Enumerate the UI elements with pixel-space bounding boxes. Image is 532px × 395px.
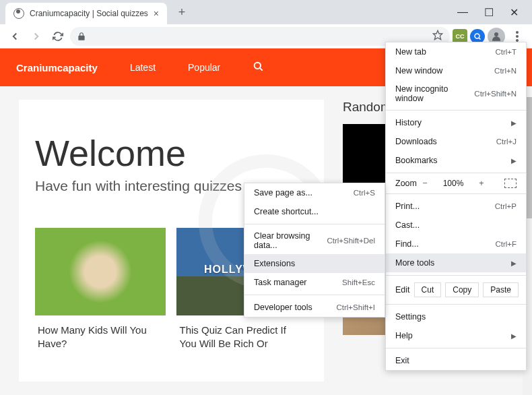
svg-point-5 bbox=[516, 35, 519, 38]
submenu-extensions[interactable]: Extensions bbox=[244, 254, 385, 273]
card-title: This Quiz Can Predict If You Will Be Ric… bbox=[176, 315, 307, 359]
submenu-create-shortcut[interactable]: Create shortcut... bbox=[244, 202, 385, 221]
maximize-icon[interactable]: ☐ bbox=[484, 6, 494, 19]
quiz-card[interactable]: How Many Kids Will You Have? bbox=[35, 228, 166, 359]
svg-marker-0 bbox=[433, 30, 442, 39]
browser-tab[interactable]: Craniumcapacity | Social quizzes × bbox=[5, 3, 167, 24]
more-tools-submenu: Save page as...Ctrl+S Create shortcut...… bbox=[244, 183, 385, 317]
window-titlebar: Craniumcapacity | Social quizzes × + — ☐… bbox=[0, 0, 532, 24]
tab-title: Craniumcapacity | Social quizzes bbox=[30, 9, 148, 18]
svg-point-4 bbox=[516, 31, 519, 34]
zoom-value: 100% bbox=[441, 179, 465, 188]
submenu-dev-tools[interactable]: Developer toolsCtrl+Shift+I bbox=[244, 298, 385, 317]
edit-paste-button[interactable]: Paste bbox=[483, 282, 519, 297]
globe-icon bbox=[13, 8, 24, 19]
submenu-task-manager[interactable]: Task managerShift+Esc bbox=[244, 273, 385, 292]
edit-copy-button[interactable]: Copy bbox=[445, 282, 479, 297]
card-title: How Many Kids Will You Have? bbox=[35, 315, 166, 359]
menu-print[interactable]: Print...Ctrl+P bbox=[386, 197, 526, 216]
zoom-in-button[interactable]: + bbox=[475, 179, 488, 188]
svg-point-1 bbox=[475, 34, 479, 38]
svg-point-7 bbox=[255, 63, 261, 69]
menu-settings[interactable]: Settings bbox=[386, 307, 526, 326]
menu-find[interactable]: Find...Ctrl+F bbox=[386, 235, 526, 253]
menu-more-tools[interactable]: More tools▶ bbox=[386, 253, 526, 272]
close-icon[interactable]: × bbox=[154, 8, 159, 19]
nav-latest[interactable]: Latest bbox=[114, 49, 172, 86]
close-window-icon[interactable]: ✕ bbox=[510, 6, 519, 19]
svg-point-6 bbox=[516, 39, 519, 42]
forward-button[interactable] bbox=[27, 27, 46, 46]
menu-help[interactable]: Help▶ bbox=[386, 326, 526, 345]
svg-line-8 bbox=[260, 68, 263, 71]
back-button[interactable] bbox=[5, 27, 24, 46]
reload-button[interactable] bbox=[48, 27, 67, 46]
menu-cast[interactable]: Cast... bbox=[386, 216, 526, 235]
fullscreen-icon[interactable] bbox=[504, 179, 517, 188]
site-brand[interactable]: Craniumcapacity bbox=[16, 62, 114, 73]
card-image-family bbox=[35, 228, 166, 315]
nav-popular[interactable]: Popular bbox=[172, 49, 236, 86]
submenu-save-page[interactable]: Save page as...Ctrl+S bbox=[244, 183, 385, 202]
nav-search-icon[interactable] bbox=[236, 61, 279, 74]
page-title: Welcome bbox=[35, 132, 308, 174]
chrome-main-menu: New tabCtrl+T New windowCtrl+N New incog… bbox=[385, 42, 527, 371]
menu-new-incognito[interactable]: New incognito windowCtrl+Shift+N bbox=[386, 80, 526, 107]
menu-bookmarks[interactable]: Bookmarks▶ bbox=[386, 151, 526, 170]
minimize-icon[interactable]: — bbox=[457, 6, 468, 19]
menu-exit[interactable]: Exit bbox=[386, 351, 526, 370]
new-tab-button[interactable]: + bbox=[172, 3, 191, 22]
bookmark-star-icon[interactable] bbox=[432, 30, 443, 43]
lock-icon bbox=[77, 32, 86, 41]
svg-line-2 bbox=[479, 38, 481, 40]
menu-edit-row: Edit Cut Copy Paste bbox=[386, 278, 526, 301]
menu-history[interactable]: History▶ bbox=[386, 113, 526, 132]
menu-downloads[interactable]: DownloadsCtrl+J bbox=[386, 132, 526, 151]
edit-cut-button[interactable]: Cut bbox=[414, 282, 442, 297]
submenu-clear-data[interactable]: Clear browsing data...Ctrl+Shift+Del bbox=[244, 227, 385, 254]
menu-zoom-row: Zoom − 100% + bbox=[386, 176, 526, 191]
menu-new-window[interactable]: New windowCtrl+N bbox=[386, 61, 526, 80]
svg-point-3 bbox=[494, 32, 498, 36]
menu-new-tab[interactable]: New tabCtrl+T bbox=[386, 42, 526, 61]
zoom-out-button[interactable]: − bbox=[418, 179, 432, 188]
